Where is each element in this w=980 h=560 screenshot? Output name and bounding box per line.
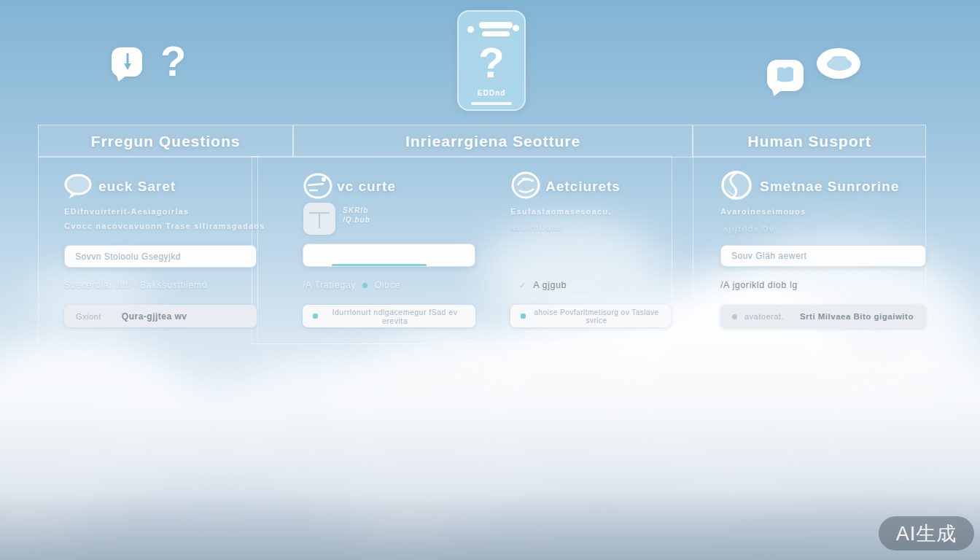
question-mark-icon: ? [160, 36, 186, 85]
card-title-smart-support: Smetnae Sunrorine [760, 179, 899, 195]
teal-square-icon [521, 314, 526, 319]
card-title-quick-start: euck Saret [98, 179, 176, 195]
voice-action-button[interactable]: Idurrlonurt ndlgacemegur fSad ev erevita [303, 305, 475, 327]
button-label: ahoise Povfarltmetisurg ov Taslave svric… [532, 308, 661, 324]
speech-bubble-icon [767, 60, 804, 91]
card-title-features: Aetciurets [545, 179, 621, 195]
status-dot-icon [732, 314, 737, 319]
button-secondary-label: avatoerat. [744, 312, 784, 321]
search-input-quick-start[interactable] [64, 245, 257, 268]
card-desc: Avaroineseimouos [720, 207, 806, 216]
phone-question-glyph: ? [457, 38, 526, 87]
check-icon: ✓ [519, 281, 526, 289]
swirl-circle-icon [509, 169, 542, 204]
headset-circle-icon [302, 171, 334, 204]
hint-text: ✓ A gjgub [519, 280, 567, 290]
hint-text: /A jgorikld diob lg [720, 280, 798, 290]
screen: ? ? EDDnd Frregun Questions Inri [0, 0, 980, 560]
card-title-voice: vc curte [337, 179, 396, 195]
button-secondary-label: Gxiont [76, 312, 101, 321]
chat-oval-icon [817, 48, 860, 79]
button-primary-label: Srti Milvaea Bito gigaiwito [800, 312, 914, 321]
card-desc: asvirniions [510, 223, 562, 232]
input-active-underline [332, 264, 427, 266]
tab-label: Human Susport [747, 133, 871, 150]
button-primary-label: Qura-gjjtea wv [122, 311, 187, 322]
chat-info-icon [112, 47, 142, 77]
chat-bubble-icon [63, 172, 95, 204]
card-desc: EDifnvuirterit-Aesiagoirlas [64, 207, 189, 216]
phone-badge-text: EDDnd [457, 89, 526, 97]
grid-chip-icon [303, 203, 335, 235]
wave-circle-icon [719, 168, 754, 205]
card-desc: Cvocc nacovcavuonn Trase slfiramsgadaos [64, 222, 265, 230]
support-search-input[interactable] [720, 245, 926, 267]
tab-human-support[interactable]: Human Susport [693, 125, 926, 158]
tab-intelligent-service[interactable]: Inriearrgiena Seotture [293, 125, 693, 158]
watermark-label: AI生成 [896, 521, 957, 547]
card-desc: Esufastaomasesoacu. [510, 207, 611, 216]
card-desc: ajijtilda Ov [723, 225, 774, 233]
tab-frequent-questions[interactable]: Frregun Questions [38, 125, 293, 158]
teal-square-icon [313, 314, 318, 319]
hint-text: /A Tratiegay Oibce [303, 280, 400, 290]
teal-dot-icon [362, 283, 368, 288]
chip-caption: SKRIb /Q.bub [343, 206, 370, 225]
button-label: Idurrlonurt ndlgacemegur fSad ev erevita [324, 308, 465, 325]
quick-start-button[interactable]: Gxiont Qura-gjjtea wv [64, 305, 257, 327]
features-action-button[interactable]: ahoise Povfarltmetisurg ov Taslave svric… [510, 305, 671, 327]
support-action-button[interactable]: avatoerat. Srti Milvaea Bito gigaiwito [720, 305, 926, 328]
tab-label: Inriearrgiena Seotture [405, 133, 580, 150]
tab-label: Frregun Questions [91, 133, 241, 150]
phone-help-icon: ? EDDnd [457, 10, 526, 111]
hint-text: Scecerolax /ofi · Bakssosttiiemo [64, 280, 207, 290]
ai-generated-watermark: AI生成 [879, 516, 974, 551]
